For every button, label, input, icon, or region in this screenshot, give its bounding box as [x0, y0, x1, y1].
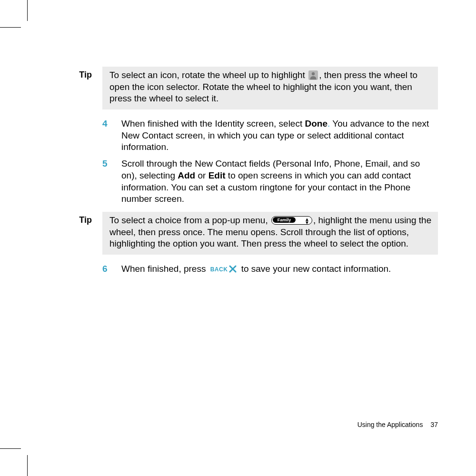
- tip-body: To select a choice from a pop-up menu, F…: [102, 212, 438, 255]
- step-item: 6 When finished, press BACK to save your…: [102, 263, 438, 275]
- step-list: 6 When finished, press BACK to save your…: [102, 263, 438, 275]
- step-number: 6: [102, 263, 121, 275]
- step-list: 4 When finished with the Identity screen…: [102, 118, 438, 205]
- text: or: [195, 170, 208, 180]
- step-text: Scroll through the New Contact fields (P…: [121, 158, 438, 205]
- popup-menu-icon: Family▲▼: [271, 216, 312, 225]
- footer-section: Using the Applications: [357, 421, 423, 428]
- step-number: 4: [102, 118, 121, 130]
- back-label: BACK: [210, 266, 228, 273]
- step-text: When finished, press BACK to save your n…: [121, 263, 438, 275]
- popup-menu-label: Family: [273, 217, 296, 223]
- ui-label: Add: [178, 170, 195, 180]
- tip-block: Tip To select an icon, rotate the wheel …: [67, 67, 438, 109]
- tip-text: To select an icon, rotate the wheel up t…: [109, 70, 307, 80]
- tip-block: Tip To select a choice from a pop-up men…: [67, 212, 438, 255]
- step-item: 5 Scroll through the New Contact fields …: [102, 158, 438, 205]
- crop-mark: [27, 0, 28, 21]
- document-page: Tip To select an icon, rotate the wheel …: [0, 0, 476, 476]
- svg-point-1: [312, 72, 315, 75]
- step-number: 5: [102, 158, 121, 170]
- text: When finished with the Identity screen, …: [121, 119, 305, 129]
- text: to save your new contact information.: [238, 264, 391, 274]
- updown-arrows-icon: ▲▼: [305, 218, 309, 224]
- page-content: Tip To select an icon, rotate the wheel …: [67, 67, 438, 282]
- crop-mark: [0, 448, 21, 449]
- page-footer: Using the Applications37: [357, 421, 438, 428]
- tip-body: To select an icon, rotate the wheel up t…: [102, 67, 438, 109]
- ui-label: Edit: [208, 170, 226, 180]
- close-x-icon: [229, 264, 237, 272]
- step-text: When finished with the Identity screen, …: [121, 118, 438, 153]
- ui-label: Done: [305, 119, 327, 129]
- crop-mark: [27, 455, 28, 476]
- tip-label: Tip: [67, 67, 102, 80]
- tip-text: To select a choice from a pop-up menu,: [109, 215, 270, 225]
- tip-label: Tip: [67, 212, 102, 226]
- text: When finished, press: [121, 264, 208, 274]
- step-item: 4 When finished with the Identity screen…: [102, 118, 438, 153]
- footer-page-number: 37: [430, 421, 438, 428]
- crop-mark: [0, 27, 21, 28]
- person-icon: [308, 70, 318, 80]
